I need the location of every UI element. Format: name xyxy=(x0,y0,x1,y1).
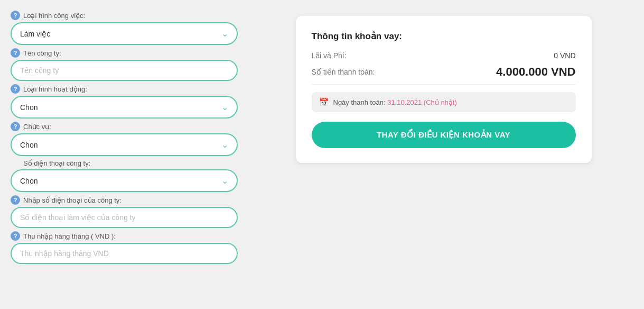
label-row-loai-hinh-hoat-dong: ? Loại hình hoạt động: xyxy=(11,84,238,94)
so-tien-label: Số tiền thanh toán: xyxy=(312,68,375,76)
loan-info-row-so-tien: Số tiền thanh toán: 4.000.000 VND xyxy=(312,65,576,79)
ngay-thanh-toan-value: 31.10.2021 (Chủ nhật) xyxy=(387,98,457,106)
dropdown-loai-hinh-cong-viec[interactable]: Làm việc ⌄ xyxy=(11,22,238,45)
dropdown-chuc-vu-value: Chon xyxy=(20,141,38,149)
payment-date-text: Ngày thanh toán: 31.10.2021 (Chủ nhật) xyxy=(333,98,457,106)
label-so-dien-thoai-cong-ty: Số điện thoại công ty: xyxy=(23,159,90,167)
lai-va-phi-value: 0 VND xyxy=(554,51,575,60)
label-row-nhap-so-dien-thoai: ? Nhập số điện thoại của công ty: xyxy=(11,195,238,205)
input-ten-cong-ty[interactable] xyxy=(11,60,238,81)
label-thu-nhap-hang-thang: Thu nhập hàng tháng ( VND ): xyxy=(23,232,116,240)
divider xyxy=(312,84,576,85)
calendar-icon: 📅 xyxy=(319,97,329,107)
chevron-down-icon: ⌄ xyxy=(221,29,228,39)
field-thu-nhap-hang-thang: ? Thu nhập hàng tháng ( VND ): xyxy=(11,231,238,264)
so-tien-value: 4.000.000 VND xyxy=(496,65,575,79)
loan-card-title: Thông tin khoản vay: xyxy=(312,31,576,42)
cta-button[interactable]: THAY ĐỔI ĐIỀU KIỆN KHOẢN VAY xyxy=(312,122,576,148)
main-container: ? Loại hình công việc: Làm việc ⌄ ? Tên … xyxy=(11,11,633,267)
chevron-down-icon: ⌄ xyxy=(221,176,228,186)
dropdown-chuc-vu[interactable]: Chon ⌄ xyxy=(11,133,238,156)
field-loai-hinh-hoat-dong: ? Loại hình hoạt động: Chon ⌄ xyxy=(11,84,238,119)
loan-info-row-lai-phi: Lãi và Phí: 0 VND xyxy=(312,51,576,60)
input-thu-nhap-hang-thang[interactable] xyxy=(11,243,238,264)
label-chuc-vu: Chức vụ: xyxy=(23,123,51,131)
help-icon-loai-hinh-cong-viec[interactable]: ? xyxy=(11,11,20,20)
loan-card: Thông tin khoản vay: Lãi và Phí: 0 VND S… xyxy=(296,16,592,163)
field-nhap-so-dien-thoai: ? Nhập số điện thoại của công ty: xyxy=(11,195,238,228)
dropdown-loai-hinh-hoat-dong-value: Chon xyxy=(20,103,38,112)
left-panel: ? Loại hình công việc: Làm việc ⌄ ? Tên … xyxy=(11,11,238,267)
chevron-down-icon: ⌄ xyxy=(221,102,228,112)
help-icon-ten-cong-ty[interactable]: ? xyxy=(11,48,20,58)
help-icon-loai-hinh-hoat-dong[interactable]: ? xyxy=(11,84,20,94)
dropdown-loai-hinh-hoat-dong[interactable]: Chon ⌄ xyxy=(11,96,238,119)
help-icon-chuc-vu[interactable]: ? xyxy=(11,122,20,131)
label-row-loai-hinh-cong-viec: ? Loại hình công việc: xyxy=(11,11,238,20)
label-row-chuc-vu: ? Chức vụ: xyxy=(11,122,238,131)
label-row-so-dien-thoai-cong-ty: Số điện thoại công ty: xyxy=(11,159,238,167)
lai-va-phi-label: Lãi và Phí: xyxy=(312,51,347,60)
chevron-down-icon: ⌄ xyxy=(221,140,228,150)
label-row-thu-nhap-hang-thang: ? Thu nhập hàng tháng ( VND ): xyxy=(11,231,238,241)
ngay-thanh-toan-label: Ngày thanh toán: xyxy=(333,98,386,106)
field-loai-hinh-cong-viec: ? Loại hình công việc: Làm việc ⌄ xyxy=(11,11,238,45)
input-nhap-so-dien-thoai[interactable] xyxy=(11,207,238,228)
dropdown-loai-hinh-cong-viec-value: Làm việc xyxy=(20,30,50,38)
label-nhap-so-dien-thoai: Nhập số điện thoại của công ty: xyxy=(23,196,122,204)
help-icon-nhap-so-dien-thoai[interactable]: ? xyxy=(11,195,20,205)
field-so-dien-thoai-cong-ty: Số điện thoại công ty: Chon ⌄ xyxy=(11,159,238,192)
field-ten-cong-ty: ? Tên công ty: xyxy=(11,48,238,81)
label-loai-hinh-cong-viec: Loại hình công việc: xyxy=(23,12,85,20)
label-row-ten-cong-ty: ? Tên công ty: xyxy=(11,48,238,58)
field-chuc-vu: ? Chức vụ: Chon ⌄ xyxy=(11,122,238,156)
label-loai-hinh-hoat-dong: Loại hình hoạt động: xyxy=(23,85,87,93)
help-icon-thu-nhap-hang-thang[interactable]: ? xyxy=(11,231,20,241)
dropdown-so-dien-thoai-cong-ty-value: Chon xyxy=(20,177,38,185)
payment-date-badge: 📅 Ngày thanh toán: 31.10.2021 (Chủ nhật) xyxy=(312,92,576,112)
right-panel: Thông tin khoản vay: Lãi và Phí: 0 VND S… xyxy=(254,11,633,163)
dropdown-so-dien-thoai-cong-ty[interactable]: Chon ⌄ xyxy=(11,169,238,192)
label-ten-cong-ty: Tên công ty: xyxy=(23,49,61,57)
